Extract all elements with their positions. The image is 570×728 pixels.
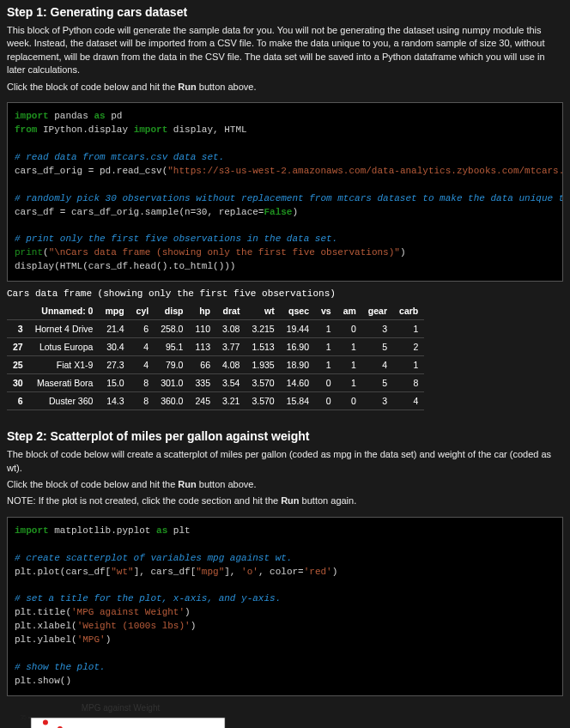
table-header: vs xyxy=(315,302,337,320)
note-post: button again. xyxy=(300,495,357,506)
step2-desc2: Click the block of code below and hit th… xyxy=(0,476,570,493)
table-row: 25Fiat X1-927.3479.0664.081.93518.901141 xyxy=(7,356,424,374)
table-row: 30Maserati Bora15.08301.03353.543.57014.… xyxy=(7,374,424,392)
step1-desc2: Click the block of code below and hit th… xyxy=(0,79,570,95)
svg-point-35 xyxy=(43,720,48,725)
table-header: cyl xyxy=(130,302,155,320)
step2-section: Step 2: Scatterplot of miles per gallon … xyxy=(0,424,570,728)
chart-container: MPG against Weight 1.52.02.53.03.54.04.5… xyxy=(7,703,234,728)
table-header xyxy=(7,302,29,320)
table-header: hp xyxy=(189,302,216,320)
scatter-plot: 1.52.02.53.03.54.04.55.05.5101520253035W… xyxy=(7,714,230,728)
chart-title: MPG against Weight xyxy=(7,703,234,713)
table-header: gear xyxy=(362,302,393,320)
note-bold: Run xyxy=(281,495,299,506)
run-hint2-pre: Click the block of code below and hit th… xyxy=(7,479,178,489)
step1-output-caption: Cars data frame (showing only the first … xyxy=(7,288,563,299)
svg-text:35: 35 xyxy=(20,714,27,720)
table-header: drat xyxy=(216,302,246,320)
table-header: mpg xyxy=(99,302,130,320)
step1-code-block[interactable]: import pandas as pd from IPython.display… xyxy=(7,102,563,282)
step2-desc3: NOTE: If the plot is not created, click … xyxy=(0,493,570,509)
run-hint2-bold: Run xyxy=(178,479,196,489)
table-row: 6Duster 36014.38360.02453.213.57015.8400… xyxy=(7,392,424,410)
run-hint2-post: button above. xyxy=(197,479,257,489)
step1-title: Step 1: Generating cars dataset xyxy=(0,0,570,22)
note-pre: NOTE: If the plot is not created, click … xyxy=(7,495,281,506)
step1-dataframe-table: Unnamed: 0mpgcyldisphpdratwtqsecvsamgear… xyxy=(7,302,424,410)
table-header: qsec xyxy=(281,302,315,320)
run-hint-post: button above. xyxy=(197,82,257,92)
table-header: am xyxy=(337,302,362,320)
step1-section: Step 1: Generating cars dataset This blo… xyxy=(0,0,570,410)
table-header: carb xyxy=(393,302,424,320)
table-row: 3Hornet 4 Drive21.46258.01103.083.21519.… xyxy=(7,320,424,338)
step1-desc1: This block of Python code will generate … xyxy=(0,22,570,79)
run-hint-bold: Run xyxy=(178,82,196,92)
step2-code-block[interactable]: import matplotlib.pyplot as plt # create… xyxy=(7,517,563,696)
table-header: Unnamed: 0 xyxy=(29,302,100,320)
table-row: 27Lotus Europa30.4495.11133.771.51316.90… xyxy=(7,338,424,356)
table-header: disp xyxy=(155,302,189,320)
table-header: wt xyxy=(246,302,280,320)
step2-title: Step 2: Scatterplot of miles per gallon … xyxy=(0,424,570,446)
run-hint-pre: Click the block of code below and hit th… xyxy=(7,82,178,92)
step2-desc1: The block of code below will create a sc… xyxy=(0,446,570,476)
